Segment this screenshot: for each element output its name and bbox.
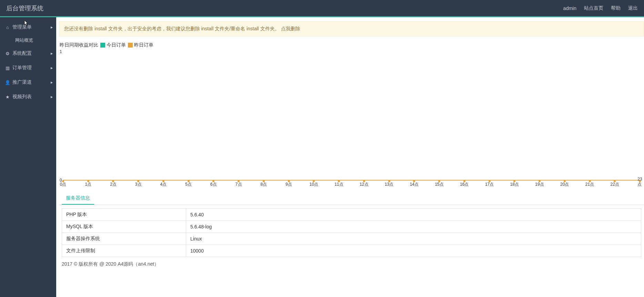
sidebar-item-management-menu[interactable]: ⌂ 管理菜单 ▶ xyxy=(0,20,56,34)
legend-swatch-today xyxy=(100,43,105,48)
info-value: 5.6.48-log xyxy=(186,221,641,233)
table-row: 服务器操作系统Linux xyxy=(62,233,641,245)
info-value: 5.6.40 xyxy=(186,209,641,221)
sidebar-item-label: 订单管理 xyxy=(12,65,32,71)
x-tick-label: 22点 xyxy=(611,182,619,187)
x-tick-label: 7点 xyxy=(235,182,242,187)
top-link-help[interactable]: 帮助 xyxy=(611,5,621,11)
x-axis-labels: 0点1点2点3点4点5点6点7点8点9点10点11点12点13点14点15点16… xyxy=(63,181,640,187)
x-tick-label: 10点 xyxy=(310,182,318,187)
info-key: PHP 版本 xyxy=(62,209,186,221)
caret-right-icon: ▶ xyxy=(51,26,53,29)
chart-title: 昨日同期收益对比 xyxy=(60,42,98,48)
info-key: 服务器操作系统 xyxy=(62,233,186,245)
x-tick-label: 4点 xyxy=(160,182,167,187)
x-tick-label: 16点 xyxy=(460,182,469,187)
server-info-table: PHP 版本5.6.40MySQL 版本5.6.48-log服务器操作系统Lin… xyxy=(62,208,641,257)
table-row: 文件上传限制10000 xyxy=(62,245,641,257)
sidebar-item-label: 推广渠道 xyxy=(12,79,32,85)
top-link-admin[interactable]: admin xyxy=(563,6,576,11)
x-tick-label: 18点 xyxy=(510,182,519,187)
chart-legend: 昨日同期收益对比 今日订单 昨日订单 xyxy=(59,42,644,48)
x-tick-label: 15点 xyxy=(435,182,443,187)
x-tick-label: 8点 xyxy=(261,182,267,187)
y-tick-max: 1 xyxy=(60,49,62,54)
tab-server-info[interactable]: 服务器信息 xyxy=(62,192,94,205)
sidebar-item-video-list[interactable]: ★ 视频列表 ▶ xyxy=(0,90,56,104)
star-icon: ★ xyxy=(5,94,10,100)
x-tick-label: 23点 xyxy=(637,177,642,187)
sidebar-item-promotion-channels[interactable]: 👤 推广渠道 ▶ xyxy=(0,75,56,90)
caret-right-icon: ▶ xyxy=(51,52,53,55)
chart-plot-area: 1 0 0点1点2点3点4点5点6点7点8点9点10点11点12点13点14点1… xyxy=(59,50,644,187)
info-tabs: 服务器信息 xyxy=(59,192,644,205)
alert-text: 您还没有删除 install 文件夹，出于安全的考虑，我们建议您删除 insta… xyxy=(64,26,281,31)
top-link-site-home[interactable]: 站点首页 xyxy=(584,5,603,11)
home-icon: ⌂ xyxy=(5,25,10,30)
series-line-yesterday xyxy=(63,180,640,181)
x-tick-label: 5点 xyxy=(185,182,192,187)
chart-icon: ▥ xyxy=(5,65,10,71)
sidebar-item-order-management[interactable]: ▥ 订单管理 ▶ xyxy=(0,61,56,75)
x-tick-label: 20点 xyxy=(560,182,569,187)
user-icon: 👤 xyxy=(5,80,10,85)
cogs-icon: ⚙ xyxy=(5,51,10,56)
caret-right-icon: ▶ xyxy=(51,81,53,84)
sidebar-item-label: 系统配置 xyxy=(12,50,32,57)
caret-right-icon: ▶ xyxy=(51,95,53,99)
x-tick-label: 17点 xyxy=(485,182,494,187)
table-row: MySQL 版本5.6.48-log xyxy=(62,221,641,233)
x-tick-label: 0点 xyxy=(60,182,67,187)
brand-title: 后台管理系统 xyxy=(6,4,43,12)
sidebar-item-system-config[interactable]: ⚙ 系统配置 ▶ xyxy=(0,46,56,61)
install-warning-alert: 您还没有删除 install 文件夹，出于安全的考虑，我们建议您删除 insta… xyxy=(59,21,644,37)
top-link-logout[interactable]: 退出 xyxy=(628,5,638,11)
x-tick-label: 3点 xyxy=(135,182,142,187)
x-tick-label: 2点 xyxy=(110,182,117,187)
sidebar: ⌂ 管理菜单 ▶ 网站概览 ⚙ 系统配置 ▶ ▥ 订单管理 ▶ 👤 推广渠道 ▶… xyxy=(0,17,56,297)
info-key: MySQL 版本 xyxy=(62,221,186,233)
alert-delete-link[interactable]: 点我删除 xyxy=(281,26,300,31)
x-tick-label: 12点 xyxy=(360,182,368,187)
info-key: 文件上传限制 xyxy=(62,245,186,257)
table-row: PHP 版本5.6.40 xyxy=(62,209,641,221)
x-tick-label: 13点 xyxy=(385,182,393,187)
info-value: 10000 xyxy=(186,245,641,257)
sidebar-item-label: 视频列表 xyxy=(12,94,32,100)
x-tick-label: 9点 xyxy=(285,182,292,187)
main-content: 您还没有删除 install 文件夹，出于安全的考虑，我们建议您删除 insta… xyxy=(56,17,644,297)
x-tick-label: 6点 xyxy=(210,182,217,187)
topbar: 后台管理系统 admin 站点首页 帮助 退出 xyxy=(0,0,644,17)
plot-region xyxy=(63,52,640,181)
x-tick-label: 1点 xyxy=(85,182,91,187)
revenue-chart: 昨日同期收益对比 今日订单 昨日订单 1 0 0点1点2点3点4点5点6点7点8… xyxy=(59,42,644,187)
x-tick-label: 14点 xyxy=(410,182,419,187)
legend-swatch-yesterday xyxy=(128,43,133,48)
x-tick-label: 21点 xyxy=(585,182,594,187)
legend-label-today: 今日订单 xyxy=(107,42,126,48)
caret-right-icon: ▶ xyxy=(51,66,53,70)
legend-label-yesterday: 昨日订单 xyxy=(134,42,153,48)
info-value: Linux xyxy=(186,233,641,245)
sidebar-item-label: 管理菜单 xyxy=(12,24,32,30)
footer-copyright: 2017 © 版权所有 @ 2020 A4源码（an4.net） xyxy=(59,257,644,269)
sidebar-subitem-site-overview[interactable]: 网站概览 xyxy=(0,34,56,46)
x-tick-label: 11点 xyxy=(334,182,343,187)
x-tick-label: 19点 xyxy=(535,182,544,187)
